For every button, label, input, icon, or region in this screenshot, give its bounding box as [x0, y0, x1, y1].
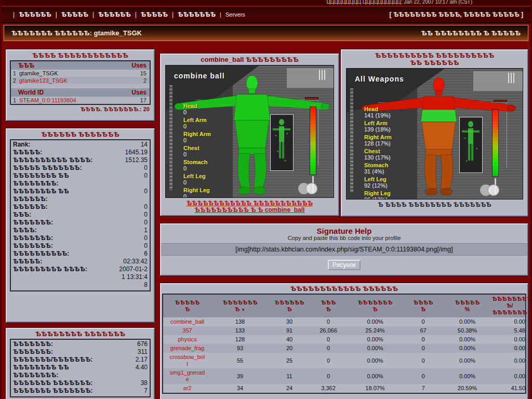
hit-location-value: 128 (17%): [364, 140, 392, 147]
weapon-headshot-pct: 50.38%: [443, 327, 492, 334]
hit-location-name: Stomach: [364, 162, 392, 168]
nav-item[interactable]: ѢѢѢѢѢѢ: [88, 11, 131, 18]
hit-location: Right Arm 128 (17%): [364, 134, 392, 147]
column-header[interactable]: ѢѢѢѢѢѢ Ѣ: [269, 299, 310, 313]
weapon-shots: 3,362: [310, 385, 347, 392]
weapon-name-link[interactable]: ar2: [169, 385, 206, 392]
column-header-line1: ѢѢѢѢѢѢѢѢ: [492, 296, 527, 302]
model-label: All Weapons: [355, 75, 404, 83]
bbcode-text: [img]http://stats.kbhclan.com/index.php/…: [161, 243, 527, 256]
hit-location-value: 141 (19%): [364, 112, 392, 118]
stat-row: ѢѢѢѢѢѢѢѢ ѢѢ ѢѢѢѢѢѢѢѢ: 0: [11, 172, 150, 188]
column-header[interactable]: ѢѢѢѢ Ѣ: [404, 299, 443, 313]
column-header[interactable]: ѢѢѢѢѢѢѢ Ѣ ▼: [211, 299, 269, 313]
nav-item[interactable]: ѢѢѢѢѢ: [131, 11, 168, 18]
weapon-deaths: 30: [269, 318, 310, 325]
column-header[interactable]: ѢѢѢѢѢ %: [443, 299, 492, 313]
signature-help-panel: Signature Help Copy and paste this bb co…: [160, 223, 528, 276]
nav-item[interactable]: ѢѢѢѢѢ: [51, 11, 88, 18]
hit-location-name: Stomach: [183, 159, 211, 165]
weapon-accuracy: 0.00%: [347, 357, 404, 364]
stat-value: 1645.19: [125, 149, 148, 156]
thermal-inset-figure: [459, 117, 483, 173]
alias-name[interactable]: gtamike_TSGK: [19, 70, 140, 76]
hit-location: Right Arm 0: [183, 131, 211, 143]
title-bar: ѢѢѢѢѢѢѢ ѢѢѢѢѢѢ: gtamike_TSGK ѢѢ ѢѢѢѢѢѢѢѢ…: [4, 25, 528, 41]
weapon-headshots: 0: [404, 345, 443, 352]
back-to-ranks-link[interactable]: ѢѢ ѢѢѢѢѢѢѢѢ Ѣ ѢѢѢѢѢ: [421, 29, 521, 37]
alias-uses: 2: [143, 77, 147, 84]
stat-row: ѢѢѢѢѢѢѢѢ ѢѢ ѢѢѢѢѢѢ: 0: [11, 188, 150, 203]
stat-label: ѢѢѢѢѢѢѢ:: [13, 242, 53, 250]
weapon-kills: 93: [211, 345, 269, 352]
hit-location-name: Right Leg: [183, 187, 211, 193]
hit-location: Chest 0: [183, 145, 211, 157]
weapon-name-link[interactable]: grenade_frag: [169, 345, 206, 352]
weapons-table-body: combine_ball 138 30 0 0.00% 0 0.00% 0.00…: [163, 317, 525, 393]
hit-location-name: Right Arm: [183, 131, 211, 137]
weapon-shots: 0: [310, 336, 347, 343]
steam-id-link[interactable]: STEAM_0:0:11193804: [19, 97, 140, 103]
hit-location: Head 141 (19%): [364, 106, 392, 118]
stat-row: ѢѢѢѢѢѢѢѢѢ ѢѢѢѢ: 2007-01-21 13:31:48: [11, 265, 150, 289]
hit-location-value: 0: [183, 193, 211, 198]
weapon-name-link[interactable]: crossbow_bolt: [169, 354, 206, 367]
stat-label: ѢѢѢѢѢѢ:: [13, 203, 48, 211]
weapon-row: 357 133 91 26,066 25.24% 67 50.38% 5.48: [163, 326, 525, 335]
weapon-name-link[interactable]: physics: [169, 336, 206, 343]
hit-location-value: 0: [183, 165, 211, 171]
all-weapons-panel-title: ѢѢѢѢѢѢѢѢѢѢ ѢѢѢѢѢѢѢѢѢѢ ѢѢ ѢѢѢѢѢѢ: [369, 50, 500, 68]
weapon-row: physics 128 40 0 0.00% 0 0.00% 0.00: [163, 335, 525, 344]
nav-login-link[interactable]: [ ѢѢѢѢѢѢѢѢ ѢѢѢѢ, ѢѢѢѢѢ ѢѢѢѢѢ ]: [390, 11, 523, 18]
stat-row: ѢѢѢѢѢ ѢѢѢѢѢѢѢ: 0: [11, 164, 150, 172]
column-header[interactable]: ѢѢѢ Ѣ: [310, 299, 347, 313]
weapon-headshot-pct: 0.00%: [443, 373, 492, 380]
combine-ball-hitbox-image: combine ball Head 0 Left Arm 0 Right Arm: [165, 65, 334, 198]
sort-desc-icon: ▼: [241, 308, 245, 312]
weapon-headshots: 7: [404, 385, 443, 392]
weapon-dmg-per-kill: 0.00: [492, 345, 527, 352]
nav-item[interactable]: ѢѢѢѢѢѢ: [9, 11, 51, 18]
alias-rank: 1: [13, 70, 19, 76]
player-stats-list: Rank: 14 ѢѢѢѢѢ: 1645.19 ѢѢѢѢѢѢѢѢѢѢ ѢѢѢѢ:…: [10, 139, 151, 291]
worldid-row: 1 STEAM_0:0:11193804 17: [11, 97, 150, 104]
weapon-headshot-pct: 20.59%: [443, 385, 492, 392]
hit-location-value: 92 (12%): [364, 182, 392, 189]
aliases-panel-title: ѢѢѢѢ ѢѢѢѢѢѢѢѢѢѢѢѢ: [7, 50, 154, 60]
weapon-name-link[interactable]: combine_ball: [169, 318, 206, 325]
player-stats-title: ѢѢѢѢѢѢ ѢѢѢѢѢѢѢ: [7, 129, 154, 139]
total-value: 38: [141, 379, 148, 387]
total-row: ѢѢѢѢѢѢѢѢ ѢѢ ѢѢѢѢѢѢѢѢ: 4.40: [11, 364, 150, 379]
picture-button[interactable]: Рисунок: [328, 260, 361, 270]
signature-help-subtitle: Copy and paste this bb code into your pr…: [161, 235, 527, 241]
model-label: combine ball: [174, 72, 225, 80]
worldid-rank: 1: [13, 97, 19, 103]
total-row: ѢѢѢѢѢѢѢ/ѢѢѢѢѢѢѢ: 2.17: [11, 356, 150, 364]
column-header[interactable]: ѢѢѢѢѢѢѢ Ѣ: [347, 299, 404, 313]
all-weapons-caption: Ѣ ѢѢѢѢ ѢѢѢѢѢѢѢѢ ѢѢѢѢѢѢѢ: [342, 201, 527, 210]
column-header[interactable]: ѢѢѢѢѢѢѢѢ Ѣ/ѢѢѢѢѢѢѢ: [492, 296, 527, 316]
alias-name[interactable]: gtamike123_TSGK: [19, 77, 143, 84]
weapon-name-link[interactable]: smg1_grenade: [169, 369, 206, 383]
hit-location: Head 0: [183, 103, 211, 115]
combine-ball-caption-link[interactable]: ѢѢѢѢѢѢѢѢѢѢѢѢ ѢѢѢѢѢѢѢѢѢѢѢ ѢѢѢѢѢѢѢѢѢѢ Ѣ Ѣ …: [161, 199, 338, 215]
alias-rows: 1 gtamike_TSGK 15 2 gtamike123_TSGK 2: [11, 70, 150, 84]
all-weapons-panel: ѢѢѢѢѢѢѢѢѢѢ ѢѢѢѢѢѢѢѢѢѢ ѢѢ ѢѢѢѢѢѢ: [341, 49, 528, 217]
weapon-row: smg1_grenade 39 11 0 0.00% 0 0.00% 0.00: [163, 368, 525, 384]
weapon-name-link[interactable]: 357: [169, 327, 206, 334]
total-row: ѢѢѢѢѢѢѢ ѢѢѢѢѢѢѢ: 7: [11, 387, 150, 395]
hit-location-name: Head: [183, 103, 211, 109]
stat-label: ѢѢѢѢѢѢѢѢ ѢѢ ѢѢѢѢѢѢ:: [13, 188, 95, 203]
nav-item[interactable]: Servers: [216, 11, 245, 18]
column-header[interactable]: ѢѢѢѢѢ Ѣ: [163, 299, 211, 313]
weapon-dmg-per-kill: 0.00: [492, 336, 527, 343]
stat-label: ѢѢѢѢѢѢѢ:: [13, 234, 53, 242]
hit-location-value: 0: [183, 109, 211, 115]
ui-circle-buttons-icon: [298, 183, 320, 194]
stat-value: 0: [144, 164, 148, 172]
stat-label: ѢѢѢѢѢ:: [13, 149, 42, 156]
aliases-total: ѢѢѢѢ. ѢѢѢѢѢѢѢ.: 20: [7, 105, 154, 113]
nav-item[interactable]: ѢѢѢѢѢѢѢ: [168, 11, 216, 18]
signature-help-title: Signature Help: [161, 224, 527, 236]
ui-circle-buttons-icon: [480, 184, 502, 196]
